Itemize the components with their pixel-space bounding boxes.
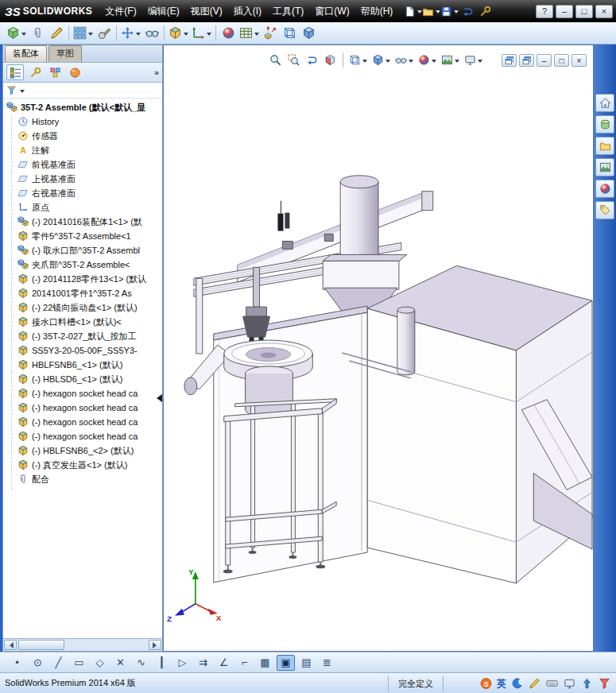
tree-item[interactable]: (-) HBLSD6_<1> (默认) bbox=[3, 372, 162, 386]
tree-item[interactable]: (-) hexagon socket head ca bbox=[3, 429, 162, 443]
mdi-restore-button[interactable]: □ bbox=[554, 54, 569, 67]
tree-item[interactable]: 20141001零件1^35T-2 As bbox=[3, 286, 162, 300]
graphics-viewport[interactable]: –□× bbox=[163, 45, 594, 652]
rectangle-tool-icon[interactable]: ▭ bbox=[70, 655, 88, 671]
dropdown-caret-icon[interactable] bbox=[432, 60, 436, 65]
scrollbar-thumb[interactable] bbox=[18, 640, 64, 650]
tree-item[interactable]: (-) hexagon socket head ca bbox=[3, 401, 162, 415]
mdi-minimize-button[interactable]: – bbox=[537, 54, 552, 67]
polygon-tool-icon[interactable]: ◇ bbox=[91, 655, 109, 671]
open-document-icon[interactable] bbox=[422, 2, 440, 20]
tree-item[interactable]: (-) 20141016装配体1<1> (默 bbox=[3, 215, 162, 229]
options-icon[interactable] bbox=[476, 2, 494, 20]
menu-item[interactable]: 帮助(H) bbox=[355, 2, 399, 20]
manager-more-chevron[interactable]: » bbox=[154, 68, 159, 77]
insert-components-icon[interactable] bbox=[5, 24, 28, 43]
view-orientation-icon[interactable] bbox=[347, 52, 369, 68]
bill-of-materials-icon[interactable] bbox=[238, 24, 261, 43]
tree-item[interactable]: 前视基准面 bbox=[3, 157, 162, 172]
tree-item[interactable]: SS5Y3-20-05-00F_SS5Y3- bbox=[3, 343, 162, 358]
dropdown-caret-icon[interactable] bbox=[88, 33, 93, 38]
configurationmanager-tab-icon[interactable] bbox=[46, 64, 64, 80]
display-style-icon[interactable] bbox=[370, 52, 392, 68]
previous-view-icon[interactable] bbox=[304, 52, 320, 68]
circle-tool-icon[interactable]: ⊙ bbox=[29, 655, 47, 671]
apply-scene-icon[interactable] bbox=[440, 52, 461, 68]
tree-item[interactable]: History bbox=[3, 114, 162, 129]
annotation-pen-icon[interactable] bbox=[528, 676, 541, 690]
tree-item[interactable]: (-) 取水口部^35T-2 Assembl bbox=[3, 243, 162, 257]
displaymanager-tab-icon[interactable] bbox=[66, 64, 83, 80]
monitor-icon[interactable] bbox=[563, 676, 576, 690]
ime-language-indicator[interactable]: 英 bbox=[497, 676, 506, 690]
dropdown-caret-icon[interactable] bbox=[207, 33, 211, 38]
tree-item[interactable]: (-) 真空发生器<1> (默认) bbox=[3, 458, 162, 472]
zoom-area-icon[interactable] bbox=[285, 52, 302, 68]
hide-show-items-icon[interactable] bbox=[393, 52, 415, 68]
reference-geometry-icon[interactable] bbox=[190, 24, 213, 43]
dropdown-caret-icon[interactable] bbox=[455, 60, 459, 65]
mdi-cascade-icon[interactable] bbox=[502, 54, 517, 67]
undo-icon[interactable] bbox=[459, 2, 476, 20]
menu-item[interactable]: 工具(T) bbox=[267, 2, 309, 20]
solidworks-resources-icon[interactable] bbox=[595, 94, 614, 112]
quick-tips-icon[interactable] bbox=[510, 676, 524, 690]
tab-assembly[interactable]: 装配体 bbox=[5, 45, 47, 62]
menu-item[interactable]: 插入(I) bbox=[228, 2, 267, 20]
tree-item[interactable]: (-) 35T-2-027_默认_按加工 bbox=[3, 329, 162, 343]
tab-sketch[interactable]: 草图 bbox=[48, 45, 82, 62]
menu-item[interactable]: 窗口(W) bbox=[309, 2, 354, 20]
tree-item[interactable]: HBLFSNB6_<1> (默认) bbox=[3, 358, 162, 372]
help-button[interactable]: ? bbox=[536, 5, 553, 18]
tree-item[interactable]: (-) 22镜向振动盘<1> (默认) bbox=[3, 300, 162, 315]
plane-tool-icon[interactable]: ▤ bbox=[297, 655, 316, 671]
show-hidden-components-icon[interactable] bbox=[142, 24, 161, 43]
tree-item[interactable]: 零件5^35T-2 Assemble<1 bbox=[3, 229, 162, 243]
design-library-icon[interactable] bbox=[595, 115, 614, 134]
mate-icon[interactable] bbox=[28, 24, 47, 43]
tree-item[interactable]: 接水口料槽<1> (默认)< bbox=[3, 315, 162, 329]
filter-funnel-icon[interactable] bbox=[6, 85, 17, 95]
angle-tool-icon[interactable]: ∠ bbox=[215, 655, 233, 671]
instant3d-icon[interactable] bbox=[299, 24, 318, 43]
move-component-icon[interactable] bbox=[119, 24, 142, 43]
assembly-features-icon[interactable] bbox=[167, 24, 190, 43]
scroll-left-button[interactable] bbox=[4, 640, 17, 650]
point-tool-icon[interactable]: • bbox=[8, 655, 26, 671]
exploded-view-icon[interactable] bbox=[261, 24, 280, 43]
tree-item[interactable]: 原点 bbox=[3, 200, 162, 215]
solidworks-news-icon[interactable] bbox=[479, 676, 493, 690]
propertymanager-tab-icon[interactable] bbox=[26, 64, 44, 80]
edit-appearance-icon[interactable] bbox=[416, 52, 438, 68]
menu-item[interactable]: 视图(V) bbox=[185, 2, 228, 20]
sketch-tool-icon[interactable]: ▣ bbox=[277, 655, 295, 671]
view-settings-icon[interactable] bbox=[463, 52, 484, 68]
panel-flyout-arrow[interactable] bbox=[157, 394, 162, 402]
trim-tool-icon[interactable]: ✕ bbox=[111, 655, 130, 671]
file-explorer-icon[interactable] bbox=[595, 137, 614, 155]
keyboard-icon[interactable] bbox=[545, 676, 559, 690]
mirror-tool-icon[interactable]: ▷ bbox=[173, 655, 192, 671]
tree-item[interactable]: 注解 bbox=[3, 143, 162, 157]
spline-tool-icon[interactable]: ∿ bbox=[132, 655, 150, 671]
section-view-icon[interactable] bbox=[322, 52, 339, 68]
centerline-tool-icon[interactable]: ┃ bbox=[153, 655, 171, 671]
model-canvas[interactable]: Y X Z bbox=[164, 45, 593, 651]
edit-component-icon[interactable] bbox=[47, 24, 66, 43]
offset-tool-icon[interactable]: ⇉ bbox=[194, 655, 212, 671]
custom-properties-icon[interactable] bbox=[595, 201, 614, 219]
dropdown-caret-icon[interactable] bbox=[362, 60, 367, 65]
view-palette-icon[interactable] bbox=[595, 158, 614, 176]
new-motion-study-icon[interactable] bbox=[219, 24, 238, 43]
restore-button[interactable]: □ bbox=[575, 5, 593, 18]
filter-icon[interactable] bbox=[598, 676, 611, 690]
interference-detection-icon[interactable] bbox=[280, 24, 299, 43]
tree-item[interactable]: (-) hexagon socket head ca bbox=[3, 415, 162, 429]
dropdown-caret-icon[interactable] bbox=[385, 60, 390, 65]
dropdown-caret-icon[interactable] bbox=[409, 60, 413, 65]
featuremanager-tab-icon[interactable] bbox=[6, 64, 24, 80]
dropdown-caret-icon[interactable] bbox=[254, 33, 259, 38]
dropdown-caret-icon[interactable] bbox=[184, 33, 188, 38]
tree-root-item[interactable]: 35T-2 Assemble (默认<默认_显 bbox=[3, 100, 162, 114]
tree-item[interactable]: 配合 bbox=[3, 472, 162, 486]
